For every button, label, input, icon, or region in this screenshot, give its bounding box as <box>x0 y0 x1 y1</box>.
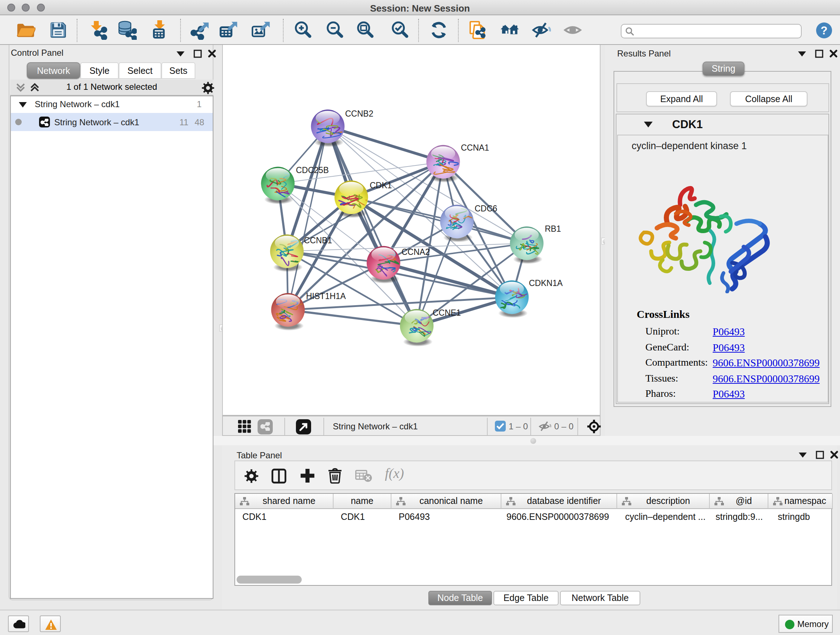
svg-text:?: ? <box>821 24 828 37</box>
